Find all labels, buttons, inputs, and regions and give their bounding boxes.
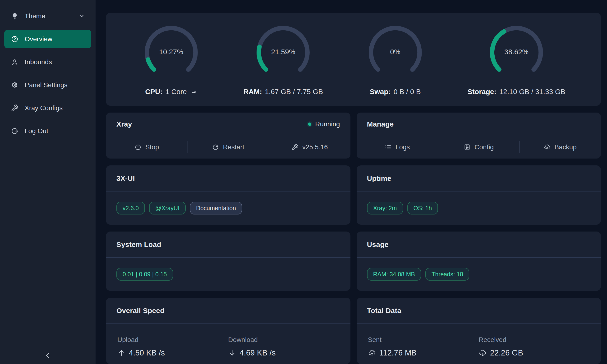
stop-button[interactable]: Stop <box>106 136 187 158</box>
xray-card-header: Xray Running <box>106 113 350 136</box>
download-label: Download <box>228 336 339 344</box>
usage-card-title: Usage <box>367 241 389 248</box>
received-value: 22.26 GB <box>479 348 589 357</box>
swap-label-bold: Swap: <box>370 88 391 96</box>
manage-card-title: Manage <box>367 120 394 128</box>
list-icon <box>385 143 392 151</box>
restart-icon <box>212 143 219 151</box>
sent-data-text: 112.76 MB <box>379 348 417 357</box>
system-load-header: System Load <box>106 232 350 258</box>
sidebar-item-inbounds[interactable]: Inbounds <box>4 53 91 71</box>
documentation-tag[interactable]: Documentation <box>190 202 242 214</box>
sent-label: Sent <box>368 336 479 344</box>
power-icon <box>134 143 142 151</box>
sidebar-item-label: Inbounds <box>25 58 52 66</box>
sent-block: Sent 112.76 MB <box>368 336 479 357</box>
sidebar-item-logout[interactable]: Log Out <box>4 122 91 140</box>
xray-status-label: Running <box>315 120 340 128</box>
xui-card: 3X-UI v2.6.0 @XrayUI Documentation <box>106 165 350 225</box>
wrench-icon <box>291 143 299 151</box>
sidebar-item-label: Overview <box>25 35 53 43</box>
cpu-percent: 10.27% <box>159 48 183 56</box>
download-speed-text: 4.69 KB /s <box>239 348 276 357</box>
config-button[interactable]: Config <box>438 136 519 158</box>
stop-button-label: Stop <box>145 143 159 151</box>
usage-card-header: Usage <box>356 232 601 258</box>
xui-card-title: 3X-UI <box>117 174 135 182</box>
total-data-title: Total Data <box>367 307 401 315</box>
xray-version-label: v25.5.16 <box>302 143 328 151</box>
ram-label-bold: RAM: <box>243 88 262 96</box>
xray-card-title: Xray <box>117 120 132 128</box>
ram-label-detail: 1.67 GB / 7.75 GB <box>265 88 323 96</box>
theme-selector[interactable]: Theme <box>4 9 91 24</box>
cloud-upload-icon <box>368 349 376 357</box>
wrench-icon <box>11 104 18 112</box>
received-data-text: 22.26 GB <box>490 348 523 357</box>
backup-button[interactable]: Backup <box>519 136 601 158</box>
sidebar-item-label: Log Out <box>25 127 48 135</box>
arrow-up-icon <box>117 349 125 357</box>
ram-gauge-ring: 21.59% <box>253 23 313 82</box>
theme-label: Theme <box>25 12 45 20</box>
cpu-gauge: 10.27% CPU: 1 Core <box>142 23 201 96</box>
total-data-body: Sent 112.76 MB Received 22.26 GB <box>356 324 601 357</box>
manage-actions: Logs Config Backup <box>356 136 601 158</box>
os-uptime-badge: OS: 1h <box>407 202 438 214</box>
upload-label: Upload <box>117 336 228 344</box>
swap-gauge-ring: 0% <box>366 23 425 82</box>
logs-button[interactable]: Logs <box>356 136 438 158</box>
speed-body: Upload 4.50 KB /s Download 4.69 K <box>106 324 350 357</box>
uptime-card: Uptime Xray: 2m OS: 1h <box>356 165 601 225</box>
xui-tags: v2.6.0 @XrayUI Documentation <box>106 192 350 225</box>
sidebar-item-label: Panel Settings <box>25 81 67 89</box>
sidebar-item-label: Xray Configs <box>25 104 63 112</box>
version-tag[interactable]: v2.6.0 <box>117 202 145 214</box>
storage-label-bold: Storage: <box>468 88 497 96</box>
storage-label: Storage: 12.10 GB / 31.33 GB <box>468 88 565 96</box>
overall-speed-header: Overall Speed <box>106 298 350 324</box>
running-dot-icon <box>308 122 311 126</box>
upload-block: Upload 4.50 KB /s <box>117 336 228 357</box>
received-label: Received <box>479 336 589 344</box>
cpu-label-bold: CPU: <box>145 88 162 96</box>
restart-button[interactable]: Restart <box>187 136 269 158</box>
manage-card-header: Manage <box>356 113 601 136</box>
speedometer-icon <box>11 35 18 43</box>
swap-percent: 0% <box>390 48 400 56</box>
xray-card: Xray Running Stop Restart <box>106 113 350 158</box>
usage-card: Usage RAM: 34.08 MB Threads: 18 <box>356 232 601 291</box>
sent-value: 112.76 MB <box>368 348 479 357</box>
area-chart-icon[interactable] <box>190 88 197 95</box>
upload-speed-text: 4.50 KB /s <box>129 348 165 357</box>
swap-gauge: 0% Swap: 0 B / 0 B <box>366 23 425 96</box>
ram-label: RAM: 1.67 GB / 7.75 GB <box>243 88 323 96</box>
xrayui-tag[interactable]: @XrayUI <box>149 202 186 214</box>
received-block: Received 22.26 GB <box>479 336 589 357</box>
xray-uptime-badge: Xray: 2m <box>367 202 403 214</box>
sidebar: Theme Overview Inbounds Panel Settings X… <box>0 0 95 364</box>
xray-version-button[interactable]: v25.5.16 <box>269 136 350 158</box>
sidebar-item-overview[interactable]: Overview <box>4 30 91 48</box>
cloud-backup-icon <box>544 143 551 151</box>
system-stats-card: 10.27% CPU: 1 Core 21.59% RAM: 1.67 GB <box>106 13 601 106</box>
cpu-label-detail: 1 Core <box>166 88 187 96</box>
cpu-label: CPU: 1 Core <box>145 88 197 96</box>
storage-gauge-ring: 38.62% <box>487 23 546 82</box>
sidebar-collapse-button[interactable] <box>0 351 95 360</box>
xui-card-header: 3X-UI <box>106 165 350 192</box>
logs-button-label: Logs <box>396 143 410 151</box>
ram-usage-badge: RAM: 34.08 MB <box>367 268 421 281</box>
gear-icon <box>11 81 18 89</box>
download-value: 4.69 KB /s <box>228 348 339 357</box>
sidebar-item-xray-configs[interactable]: Xray Configs <box>4 99 91 117</box>
uptime-card-title: Uptime <box>367 174 392 182</box>
storage-label-detail: 12.10 GB / 31.33 GB <box>499 88 566 96</box>
download-block: Download 4.69 KB /s <box>228 336 339 357</box>
uptime-tags: Xray: 2m OS: 1h <box>356 192 601 225</box>
sidebar-item-panel-settings[interactable]: Panel Settings <box>4 76 91 94</box>
total-data-header: Total Data <box>356 298 601 324</box>
sliders-box-icon <box>463 143 471 151</box>
overall-speed-title: Overall Speed <box>117 307 165 315</box>
main-content: 10.27% CPU: 1 Core 21.59% RAM: 1.67 GB <box>95 0 607 364</box>
